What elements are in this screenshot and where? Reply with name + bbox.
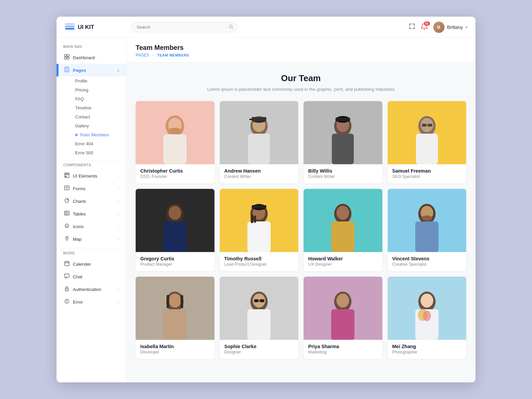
team-card-12[interactable]: Mei Zhang Photographer <box>388 277 466 359</box>
charts-icon <box>64 198 69 204</box>
member-role-6: UX Designer <box>308 262 378 267</box>
team-card-11[interactable]: Priya Sharma Marketing <box>304 277 382 359</box>
svg-rect-49 <box>252 117 266 121</box>
svg-rect-71 <box>254 215 256 223</box>
sidebar-item-chat[interactable]: Chat <box>57 270 126 283</box>
sidebar-item-calendar[interactable]: Calender <box>57 258 126 270</box>
team-card-info-gregory: Gregory Curtis Product Manager <box>136 252 214 271</box>
notification-badge: 62 <box>424 22 430 26</box>
team-card-billy[interactable]: Billy Willis Content Writer <box>304 101 382 184</box>
team-card-andrew[interactable]: Andrew Hansen Content Writer <box>220 101 299 184</box>
chat-icon <box>64 273 69 280</box>
sidebar-item-map[interactable]: Map › <box>57 233 126 245</box>
logo-text: UI KIT <box>78 24 94 31</box>
forms-chevron: › <box>118 187 119 191</box>
sidebar-item-forms[interactable]: Forms › <box>57 182 126 195</box>
team-card-info-billy: Billy Willis Content Writer <box>304 164 382 184</box>
sidebar-sub-faq[interactable]: FAQ <box>72 94 126 103</box>
team-card-gregory[interactable]: Gregory Curtis Product Manager <box>136 189 214 271</box>
svg-rect-22 <box>65 211 69 215</box>
pages-chevron-icon: ▴ <box>117 68 119 72</box>
sidebar-sub-contact[interactable]: Contact <box>72 112 126 121</box>
sidebar-sub-gallery[interactable]: Gallery <box>72 121 126 130</box>
sidebar-item-authentication[interactable]: Authentication › <box>57 283 126 296</box>
expand-icon[interactable] <box>409 23 415 31</box>
sidebar-sub-timeline[interactable]: Timeline <box>72 103 126 112</box>
team-card-10[interactable]: Sophie Clarke Designer <box>220 277 299 359</box>
icons-icon <box>64 223 69 230</box>
svg-rect-87 <box>254 299 259 302</box>
member-role-0: CEO, Founder <box>140 174 210 179</box>
sidebar-item-error[interactable]: Error › <box>57 296 126 308</box>
pages-submenu: Profile Pricing FAQ Timeline Contact Gal… <box>57 76 126 157</box>
forms-icon <box>64 185 69 192</box>
member-role-3: SEO Specialist <box>392 174 462 179</box>
svg-rect-69 <box>252 205 266 208</box>
svg-point-36 <box>66 289 67 290</box>
svg-rect-17 <box>65 176 66 177</box>
member-name-1: Andrew Hansen <box>224 168 294 174</box>
svg-rect-76 <box>415 221 439 252</box>
svg-point-28 <box>67 225 68 226</box>
header: UI KIT 62 <box>57 17 475 38</box>
member-name-11: Mei Zhang <box>392 344 462 349</box>
team-card-vincent[interactable]: Vincent Stevens Creative Specialist <box>388 189 466 271</box>
svg-rect-73 <box>331 221 354 252</box>
svg-point-39 <box>66 302 67 303</box>
team-card-photo-samuel <box>388 101 466 164</box>
header-right: 62 B Brittany ▾ <box>409 22 467 33</box>
team-card-9[interactable]: Isabella Martin Developer <box>136 277 214 359</box>
team-card-howard[interactable]: Howard Walker UX Designer <box>304 189 382 271</box>
chevron-down-icon: ▾ <box>466 25 467 30</box>
dashboard-icon <box>64 54 69 61</box>
tables-icon <box>64 210 69 217</box>
error-icon <box>64 299 69 305</box>
svg-rect-30 <box>65 262 69 266</box>
team-card-info-samuel: Samuel Freeman SEO Specialist <box>388 164 466 184</box>
sidebar: Main Nav Dashboard <box>57 38 126 382</box>
sidebar-item-charts[interactable]: Charts › <box>57 195 126 207</box>
sidebar-item-dashboard[interactable]: Dashboard <box>57 51 126 64</box>
sidebar-sub-team-members[interactable]: Team Members <box>72 130 126 139</box>
svg-rect-16 <box>67 174 68 175</box>
notification-bell[interactable]: 62 <box>421 23 428 32</box>
svg-point-5 <box>424 29 425 30</box>
sidebar-sub-label-contact: Contact <box>75 114 90 119</box>
member-role-10: Marketing <box>308 350 378 354</box>
breadcrumb-arrow: → <box>151 53 155 58</box>
user-area[interactable]: B Brittany ▾ <box>433 22 467 33</box>
svg-rect-14 <box>65 173 69 178</box>
member-name-10: Priya Sharma <box>308 344 378 349</box>
team-card-christopher[interactable]: Christopher Curtis CEO, Founder <box>136 101 214 184</box>
team-card-timothy[interactable]: Timothy Russell Lead Product Designer <box>220 189 299 271</box>
svg-point-92 <box>336 294 349 308</box>
search-input[interactable] <box>131 22 237 32</box>
sidebar-sub-pricing[interactable]: Pricing <box>72 85 126 94</box>
team-card-photo-christopher <box>136 101 214 164</box>
svg-point-44 <box>169 128 181 134</box>
svg-rect-50 <box>249 119 253 120</box>
app-window: UI KIT 62 <box>57 17 475 382</box>
user-name: Brittany <box>447 25 463 30</box>
sidebar-sub-error500[interactable]: Error 500 <box>72 148 126 157</box>
team-card-samuel[interactable]: Samuel Freeman SEO Specialist <box>388 101 466 184</box>
member-name-6: Howard Walker <box>308 256 378 261</box>
sidebar-item-tables[interactable]: Tables › <box>57 207 126 220</box>
ui-elements-chevron: › <box>118 174 119 178</box>
sidebar-sub-profile[interactable]: Profile <box>72 76 126 85</box>
svg-rect-0 <box>65 28 74 30</box>
team-card-photo-howard <box>304 189 382 252</box>
team-card-photo-12 <box>388 277 466 340</box>
tables-chevron: › <box>118 212 119 216</box>
svg-rect-59 <box>422 124 427 127</box>
charts-chevron: › <box>118 199 119 203</box>
sidebar-sub-error404[interactable]: Error 404 <box>72 139 126 148</box>
team-card-photo-billy <box>304 101 382 164</box>
svg-rect-63 <box>163 221 187 252</box>
avatar-image: B <box>433 22 445 33</box>
sidebar-item-icons[interactable]: Icons › <box>57 220 126 233</box>
svg-rect-6 <box>65 55 66 57</box>
sidebar-label-forms: Forms <box>73 186 85 191</box>
sidebar-item-pages[interactable]: Pages ▴ <box>57 64 126 76</box>
sidebar-item-ui-elements[interactable]: UI Elements › <box>57 170 126 182</box>
